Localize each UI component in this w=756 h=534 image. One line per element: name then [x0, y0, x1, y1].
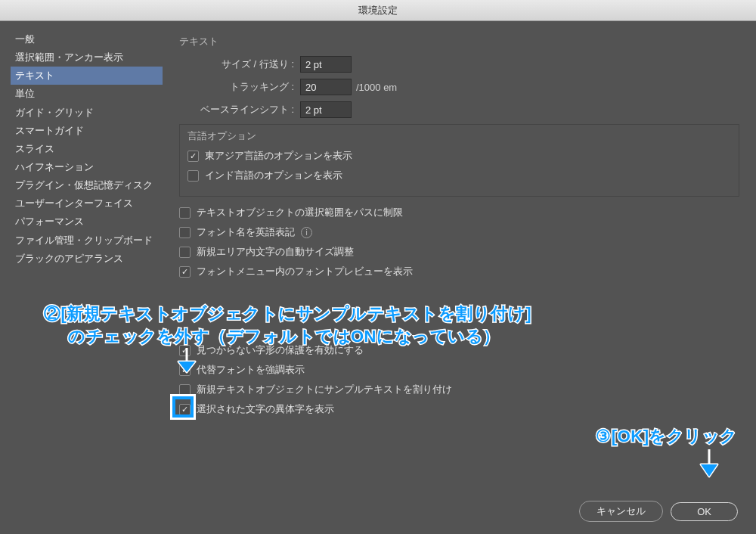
sidebar-item-files[interactable]: ファイル管理・クリップボード	[11, 231, 163, 250]
input-size-leading[interactable]	[300, 56, 352, 73]
checkbox-limit-selection[interactable]: テキストオブジェクトの選択範囲をパスに制限	[179, 206, 739, 219]
checkbox-icon	[179, 207, 191, 219]
row-size-leading: サイズ / 行送り :	[179, 56, 739, 73]
section-title: テキスト	[179, 35, 739, 48]
checkbox-font-preview[interactable]: フォントメニュー内のフォントプレビューを表示	[179, 265, 739, 278]
preferences-sidebar: 一般 選択範囲・アンカー表示 テキスト 単位 ガイド・グリッド スマートガイド …	[0, 21, 163, 489]
label-tracking: トラッキング :	[179, 80, 300, 94]
checkbox-highlight-substitute[interactable]: 代替フォントを強調表示	[179, 363, 739, 377]
checkbox-alternate-glyphs[interactable]: 選択された文字の異体字を表示	[179, 402, 739, 416]
checkbox-label: フォント名を英語表記	[197, 225, 295, 239]
info-icon[interactable]: i	[301, 227, 312, 238]
sidebar-item-guides[interactable]: ガイド・グリッド	[11, 104, 163, 122]
annotation-step2-line2: のチェックを外す（デフォルトではONになっている）	[68, 325, 500, 348]
checkbox-icon	[187, 170, 199, 182]
sidebar-item-ui[interactable]: ユーザーインターフェイス	[11, 194, 163, 213]
sidebar-item-slices[interactable]: スライス	[11, 140, 163, 158]
checkbox-fill-sample-text[interactable]: 新規テキストオブジェクトにサンプルテキストを割り付け	[179, 383, 739, 396]
annotation-highlight-box	[172, 396, 194, 418]
checkbox-icon	[179, 227, 191, 238]
checkbox-auto-size[interactable]: 新規エリア内文字の自動サイズ調整	[179, 245, 739, 259]
sidebar-item-plugins[interactable]: プラグイン・仮想記憶ディスク	[11, 176, 163, 194]
dialog-content: 一般 選択範囲・アンカー表示 テキスト 単位 ガイド・グリッド スマートガイド …	[0, 21, 756, 489]
ok-button[interactable]: OK	[671, 502, 738, 521]
sidebar-item-hyphenation[interactable]: ハイフネーション	[11, 158, 163, 176]
window-titlebar: 環境設定	[0, 0, 756, 21]
sidebar-item-general[interactable]: 一般	[11, 30, 163, 48]
checkbox-english-font-names[interactable]: フォント名を英語表記 i	[179, 225, 739, 239]
sidebar-item-performance[interactable]: パフォーマンス	[11, 213, 163, 231]
sidebar-item-text[interactable]: テキスト	[11, 67, 163, 85]
label-size-leading: サイズ / 行送り :	[179, 57, 300, 71]
checkbox-label: 新規エリア内文字の自動サイズ調整	[197, 245, 354, 259]
language-options-group: 言語オプション 東アジア言語のオプションを表示 インド言語のオプションを表示	[179, 124, 739, 197]
annotation-arrow-step3	[698, 448, 720, 481]
row-baseline: ベースラインシフト :	[179, 101, 739, 118]
checkbox-east-asian[interactable]: 東アジア言語のオプションを表示	[187, 149, 731, 163]
suffix-tracking: /1000 em	[356, 82, 397, 93]
checkbox-label: 東アジア言語のオプションを表示	[205, 149, 352, 163]
annotation-arrow-step2	[175, 346, 198, 377]
window-title: 環境設定	[358, 5, 398, 16]
sidebar-item-units[interactable]: 単位	[11, 85, 163, 103]
checkbox-icon	[179, 384, 191, 396]
annotation-step2-line1: ②[新規テキストオブジェクトにサンプルテキストを割り付け]	[44, 303, 531, 325]
row-tracking: トラッキング : /1000 em	[179, 79, 739, 95]
checkbox-label: フォントメニュー内のフォントプレビューを表示	[197, 265, 413, 278]
checkbox-icon	[179, 266, 191, 278]
language-options-title: 言語オプション	[187, 129, 731, 143]
sidebar-item-smartguides[interactable]: スマートガイド	[11, 122, 163, 140]
checkbox-indic[interactable]: インド言語のオプションを表示	[187, 169, 731, 182]
label-baseline: ベースラインシフト :	[179, 103, 300, 116]
annotation-step3: ③[OK]をクリック	[596, 425, 738, 448]
checkbox-icon	[179, 247, 191, 258]
checkbox-label: テキストオブジェクトの選択範囲をパスに制限	[197, 206, 403, 219]
checkbox-label: インド言語のオプションを表示	[205, 169, 342, 182]
input-baseline[interactable]	[300, 101, 352, 118]
cancel-button[interactable]: キャンセル	[579, 501, 663, 522]
checkbox-label: 代替フォントを強調表示	[197, 363, 305, 377]
sidebar-item-black[interactable]: ブラックのアピアランス	[11, 250, 163, 268]
preferences-main: テキスト サイズ / 行送り : トラッキング : /1000 em ベースライ…	[163, 21, 756, 489]
sidebar-item-selection[interactable]: 選択範囲・アンカー表示	[11, 48, 163, 67]
checkbox-icon	[187, 151, 199, 162]
input-tracking[interactable]	[300, 79, 352, 95]
checkbox-label: 選択された文字の異体字を表示	[197, 402, 334, 416]
checkbox-label: 新規テキストオブジェクトにサンプルテキストを割り付け	[197, 383, 452, 396]
dialog-footer: キャンセル OK	[0, 489, 756, 534]
